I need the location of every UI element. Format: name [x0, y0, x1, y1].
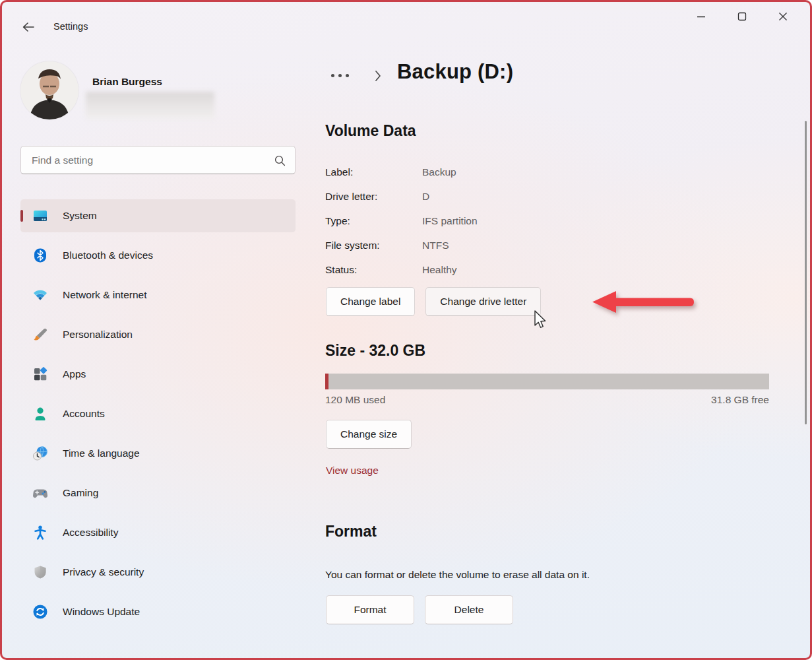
free-label: 31.8 GB free — [711, 394, 769, 406]
privacy-shield-icon — [32, 564, 48, 580]
row-key: Label: — [325, 166, 422, 178]
minimize-button[interactable] — [681, 2, 722, 31]
chevron-right-icon — [372, 67, 384, 87]
sidebar-item-network-internet[interactable]: Network & internet — [20, 279, 296, 312]
used-label: 120 MB used — [325, 394, 385, 406]
row-value: D — [422, 191, 429, 203]
sidebar-item-privacy-security[interactable]: Privacy & security — [20, 556, 296, 589]
search-box — [20, 146, 296, 174]
row-key: Status: — [325, 264, 422, 276]
volume-data-table: Label: Backup Drive letter: D Type: IFS … — [325, 166, 478, 288]
red-arrow-annotation — [591, 290, 695, 317]
bluetooth-icon — [32, 248, 48, 263]
change-label-button[interactable]: Change label — [326, 287, 415, 316]
accounts-icon — [32, 406, 48, 422]
volume-row-label: Label: Backup — [325, 166, 478, 191]
sidebar-item-label: Accounts — [63, 408, 105, 420]
sidebar-item-label: Network & internet — [63, 289, 147, 301]
size-used-segment — [325, 374, 328, 389]
sidebar-item-label: Accessibility — [63, 527, 118, 539]
avatar — [20, 61, 78, 119]
search-icon[interactable] — [274, 154, 286, 166]
sidebar-item-gaming[interactable]: Gaming — [20, 477, 296, 510]
profile-email-blurred — [86, 92, 214, 119]
settings-window: Settings Brian Burgess — [0, 0, 812, 660]
sidebar-item-time-language[interactable]: Time & language — [20, 437, 296, 470]
row-value: Healthy — [422, 264, 457, 276]
sidebar-item-label: System — [63, 210, 97, 222]
windows-update-icon — [32, 604, 48, 620]
volume-row-type: Type: IFS partition — [325, 215, 478, 240]
system-icon — [32, 208, 48, 224]
size-heading: Size - 32.0 GB — [325, 342, 425, 360]
personalization-icon — [32, 327, 48, 343]
window-controls — [681, 2, 803, 35]
sidebar-item-label: Windows Update — [63, 606, 140, 618]
sidebar-nav: System Bluetooth & devices Network & int… — [20, 199, 296, 635]
sidebar-item-windows-update[interactable]: Windows Update — [20, 595, 296, 628]
vertical-scrollbar[interactable] — [805, 121, 807, 424]
change-drive-letter-button[interactable]: Change drive letter — [425, 287, 541, 316]
sidebar-item-system[interactable]: System — [20, 199, 296, 232]
close-button[interactable] — [763, 2, 803, 31]
sidebar-item-label: Personalization — [63, 329, 133, 341]
sidebar-item-label: Privacy & security — [63, 566, 144, 578]
change-size-button[interactable]: Change size — [326, 420, 412, 449]
volume-row-status: Status: Healthy — [325, 264, 478, 288]
sidebar-item-personalization[interactable]: Personalization — [20, 318, 296, 351]
accessibility-icon — [32, 525, 48, 541]
sidebar-item-label: Gaming — [63, 487, 98, 499]
minimize-icon — [697, 12, 706, 21]
size-usage-bar — [325, 374, 769, 389]
sidebar-item-apps[interactable]: Apps — [20, 358, 296, 391]
back-button[interactable] — [18, 16, 39, 38]
row-key: Type: — [325, 215, 422, 227]
volume-data-heading: Volume Data — [325, 122, 416, 140]
sidebar-item-accessibility[interactable]: Accessibility — [20, 516, 296, 549]
close-icon — [778, 12, 788, 21]
network-icon — [32, 287, 48, 303]
time-language-icon — [32, 446, 48, 461]
mouse-cursor — [532, 310, 547, 333]
apps-icon — [32, 366, 48, 382]
delete-button[interactable]: Delete — [425, 595, 513, 624]
row-key: Drive letter: — [325, 191, 422, 203]
sidebar-item-label: Bluetooth & devices — [63, 249, 153, 261]
format-heading: Format — [325, 523, 377, 541]
row-value: NTFS — [422, 240, 449, 251]
volume-row-file-system: File system: NTFS — [325, 240, 478, 264]
row-value: IFS partition — [422, 215, 478, 227]
view-usage-link[interactable]: View usage — [326, 465, 379, 477]
gaming-icon — [32, 485, 48, 501]
app-title: Settings — [53, 21, 88, 32]
search-input[interactable] — [21, 154, 274, 166]
sidebar-item-bluetooth-devices[interactable]: Bluetooth & devices — [20, 239, 296, 272]
breadcrumb-ellipsis-icon[interactable] — [328, 71, 352, 80]
sidebar-item-label: Apps — [63, 368, 86, 380]
back-arrow-icon — [22, 20, 35, 34]
profile-name: Brian Burgess — [92, 76, 162, 88]
row-value: Backup — [422, 166, 456, 178]
format-description: You can format or delete the volume to e… — [325, 569, 590, 581]
volume-row-drive-letter: Drive letter: D — [325, 191, 478, 215]
maximize-icon — [737, 12, 747, 21]
row-key: File system: — [325, 240, 422, 251]
maximize-button[interactable] — [722, 2, 763, 31]
page-title: Backup (D:) — [397, 60, 513, 84]
sidebar-item-label: Time & language — [63, 447, 140, 459]
sidebar-item-accounts[interactable]: Accounts — [20, 397, 296, 430]
format-button[interactable]: Format — [326, 595, 414, 624]
